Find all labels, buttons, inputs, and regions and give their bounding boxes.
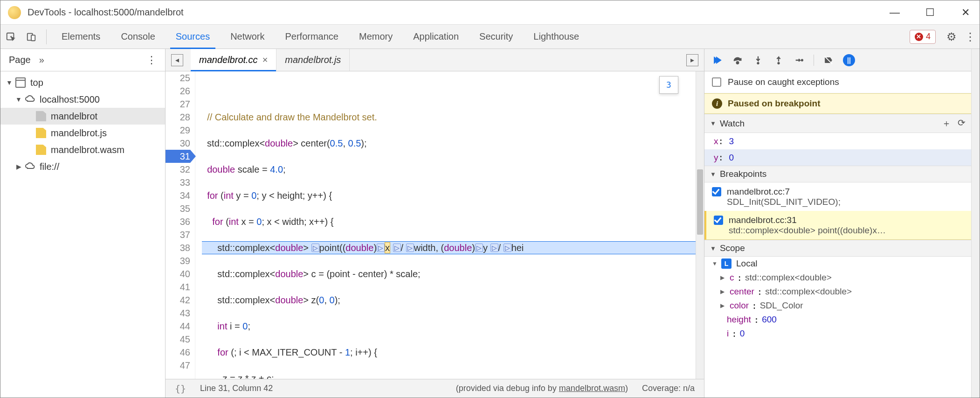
scope-var[interactable]: ▶c: std::complex<double> — [704, 271, 971, 285]
tab-elements[interactable]: Elements — [51, 25, 110, 49]
editor-statusbar: {} Line 31, Column 42 (provided via debu… — [166, 379, 704, 398]
breakpoint-checkbox[interactable] — [714, 216, 723, 225]
scope-var[interactable]: ▶color: SDL_Color — [704, 299, 971, 313]
tree-origin[interactable]: ▼ localhost:5000 — [0, 91, 165, 108]
tree-file-origin[interactable]: ▶ file:// — [0, 158, 165, 175]
tab-network[interactable]: Network — [220, 25, 275, 49]
svg-rect-2 — [31, 35, 35, 41]
close-tab-icon[interactable]: × — [262, 55, 268, 65]
devtools-app-icon — [8, 6, 21, 19]
editor-tab-mandelbrot-cc[interactable]: mandelbrot.cc × — [191, 49, 276, 71]
error-count-badge[interactable]: ✕ 4 — [910, 30, 936, 44]
tree-file-mandelbrot[interactable]: mandelbrot — [0, 108, 165, 125]
tab-console[interactable]: Console — [110, 25, 165, 49]
tree-file-mandelbrot-js[interactable]: mandelbrot.js — [0, 125, 165, 141]
pretty-print-icon[interactable]: {} — [175, 383, 186, 394]
editor-tabbar: ◂ mandelbrot.cc × mandelbrot.js ▸ — [166, 49, 704, 71]
tree-file-mandelbrot-wasm[interactable]: mandelbrot.wasm — [0, 141, 165, 158]
svg-point-6 — [801, 59, 803, 61]
tab-lighthouse[interactable]: Lighthouse — [523, 25, 589, 49]
step-out-icon[interactable] — [771, 52, 787, 68]
step-over-icon[interactable] — [730, 52, 745, 68]
breakpoint-checkbox[interactable] — [712, 187, 721, 196]
debugger-pane: || Pause on caught exceptions i Paused o… — [704, 49, 971, 398]
resume-icon[interactable] — [709, 52, 725, 68]
scope-group[interactable]: ▼LLocal — [704, 257, 971, 271]
step-into-icon[interactable] — [750, 52, 766, 68]
breakpoint-row[interactable]: mandelbrot.cc:31std::complex<double> poi… — [704, 211, 971, 240]
navigator-more-tabs-icon[interactable]: » — [39, 55, 44, 65]
cloud-icon — [25, 161, 35, 172]
svg-point-4 — [757, 62, 759, 64]
pause-caught-label: Pause on caught exceptions — [728, 77, 839, 87]
tree-top-frame[interactable]: ▼ top — [0, 74, 165, 91]
debug-info-source: (provided via debug info by mandelbrot.w… — [456, 384, 628, 393]
file-icon — [36, 111, 46, 121]
editor-pane: ◂ mandelbrot.cc × mandelbrot.js ▸ 252627… — [166, 49, 704, 398]
device-toggle-icon[interactable] — [21, 25, 41, 49]
settings-icon[interactable]: ⚙ — [942, 30, 961, 43]
minimize-button[interactable]: — — [888, 7, 901, 19]
navigator-menu-icon[interactable]: ⋮ — [146, 54, 157, 66]
debug-info-link[interactable]: mandelbrot.wasm — [559, 384, 625, 393]
svg-point-5 — [778, 62, 780, 64]
error-icon: ✕ — [915, 33, 923, 41]
paused-banner: i Paused on breakpoint — [704, 93, 971, 114]
pause-on-exceptions-icon[interactable]: || — [843, 54, 855, 66]
svg-point-3 — [737, 62, 739, 64]
close-button[interactable]: ✕ — [959, 7, 972, 19]
nav-next-icon[interactable]: ▸ — [686, 54, 698, 66]
scope-var[interactable]: height: 600 — [704, 313, 971, 327]
breakpoint-row[interactable]: mandelbrot.cc:7SDL_Init(SDL_INIT_VIDEO); — [704, 182, 971, 211]
breakpoints-section-header[interactable]: ▼Breakpoints — [704, 166, 971, 182]
nav-prev-icon[interactable]: ◂ — [171, 54, 183, 66]
step-icon[interactable] — [791, 52, 807, 68]
navigator-tab-page[interactable]: Page — [9, 55, 31, 65]
scope-section-header[interactable]: ▼Scope — [704, 240, 971, 257]
pause-caught-checkbox[interactable] — [712, 77, 721, 87]
maximize-button[interactable]: ☐ — [924, 7, 937, 19]
watch-section-header[interactable]: ▼Watch ＋ ⟳ — [704, 114, 971, 133]
cursor-position: Line 31, Column 42 — [200, 384, 273, 393]
coverage-status: Coverage: n/a — [642, 384, 695, 393]
info-icon: i — [712, 98, 722, 109]
navigator-sidebar: Page » ⋮ ▼ top ▼ localhost:5000 mandelbr… — [0, 49, 166, 398]
editor-scrollbar[interactable] — [696, 71, 704, 379]
editor-tab-mandelbrot-js[interactable]: mandelbrot.js — [276, 49, 350, 71]
hover-value-tooltip: 3 — [659, 76, 678, 94]
file-tree: ▼ top ▼ localhost:5000 mandelbrot mandel… — [0, 71, 165, 398]
add-watch-icon[interactable]: ＋ — [942, 117, 951, 130]
cloud-icon — [25, 94, 35, 105]
error-count: 4 — [926, 32, 931, 42]
tab-performance[interactable]: Performance — [275, 25, 349, 49]
tab-sources[interactable]: Sources — [166, 25, 220, 49]
inspect-element-icon[interactable] — [0, 25, 21, 49]
file-icon — [36, 145, 46, 155]
panel-tabs: Elements Console Sources Network Perform… — [51, 25, 589, 49]
scope-var[interactable]: ▶center: std::complex<double> — [704, 285, 971, 299]
panel-toolbar: Elements Console Sources Network Perform… — [0, 25, 980, 49]
tab-security[interactable]: Security — [469, 25, 523, 49]
deactivate-breakpoints-icon[interactable] — [821, 52, 836, 68]
titlebar: DevTools - localhost:5000/mandelbrot — ☐… — [0, 0, 980, 25]
file-icon — [36, 128, 46, 138]
scope-var[interactable]: i: 0 — [704, 327, 971, 341]
refresh-watch-icon[interactable]: ⟳ — [958, 117, 966, 130]
line-gutter[interactable]: 252627282930 31 323334353637383940414243… — [166, 71, 195, 379]
watch-row[interactable]: x: 3 — [704, 133, 971, 149]
debugger-scrollbar[interactable] — [971, 49, 980, 398]
tab-memory[interactable]: Memory — [349, 25, 403, 49]
frame-icon — [15, 77, 26, 88]
tab-application[interactable]: Application — [403, 25, 469, 49]
watch-row[interactable]: y: 0 — [704, 149, 971, 166]
window-title: DevTools - localhost:5000/mandelbrot — [28, 7, 184, 18]
more-menu-icon[interactable]: ⋮ — [961, 30, 980, 43]
code-area[interactable]: // Calculate and draw the Mandelbrot set… — [195, 71, 696, 379]
